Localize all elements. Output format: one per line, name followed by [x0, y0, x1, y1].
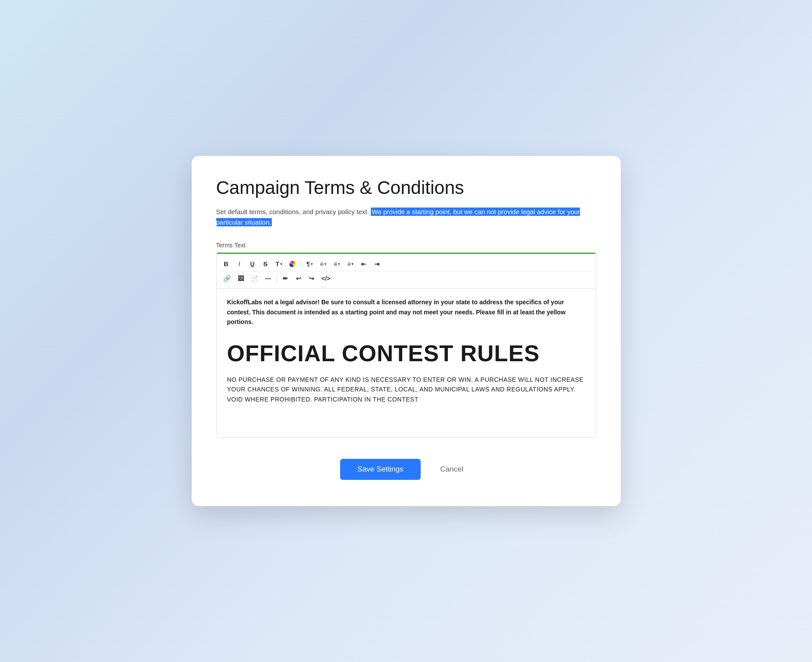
divider-button[interactable]: — — [262, 273, 274, 284]
color-icon — [289, 261, 295, 267]
toolbar-row-2: 🔗 🖼 📄 — ✏ ↩ ↪ </> — [220, 271, 592, 285]
save-settings-button[interactable]: Save Settings — [340, 459, 421, 480]
rich-text-editor: B I U S T▾ ¶▾ ≡▾ ≡▾ ≡▾ ⇤ ⇥ 🔗 🖼 📄 — [216, 252, 596, 438]
table-button[interactable]: 📄 — [248, 273, 261, 284]
underline-button[interactable]: U — [246, 259, 259, 269]
modal-title: Campaign Terms & Conditions — [216, 177, 596, 199]
font-button[interactable]: T▾ — [273, 259, 286, 269]
align-button[interactable]: ≡▾ — [317, 259, 330, 269]
paragraph-button[interactable]: ¶▾ — [303, 259, 316, 269]
indent-increase-button[interactable]: ⇥ — [371, 259, 383, 269]
modal-description: Set default terms, conditions, and priva… — [216, 207, 596, 228]
editor-content-area[interactable]: KickoffLabs not a legal advisor! Be sure… — [217, 289, 596, 437]
color-button[interactable] — [286, 259, 299, 269]
image-button[interactable]: 🖼 — [235, 273, 247, 284]
code-button[interactable]: </> — [319, 273, 334, 284]
redo-button[interactable]: ↪ — [306, 273, 318, 284]
contest-rules-body: NO PURCHASE OR PAYMENT OF ANY KIND IS NE… — [227, 375, 585, 404]
editor-disclaimer-text: KickoffLabs not a legal advisor! Be sure… — [227, 297, 585, 327]
undo-button[interactable]: ↩ — [292, 273, 305, 284]
toolbar-row-1: B I U S T▾ ¶▾ ≡▾ ≡▾ ≡▾ ⇤ ⇥ — [220, 257, 592, 271]
toolbar-separator-2 — [277, 274, 277, 283]
campaign-terms-modal: Campaign Terms & Conditions Set default … — [192, 156, 621, 506]
italic-button[interactable]: I — [233, 259, 246, 269]
description-plain: Set default terms, conditions, and priva… — [216, 208, 369, 215]
link-button[interactable]: 🔗 — [220, 273, 234, 284]
indent-decrease-button[interactable]: ⇤ — [358, 259, 370, 269]
unordered-list-button[interactable]: ≡▾ — [344, 259, 357, 269]
editor-toolbar: B I U S T▾ ¶▾ ≡▾ ≡▾ ≡▾ ⇤ ⇥ 🔗 🖼 📄 — [217, 254, 596, 289]
strikethrough-button[interactable]: S — [260, 259, 272, 269]
ordered-list-button[interactable]: ≡▾ — [330, 259, 343, 269]
modal-actions: Save Settings Cancel — [216, 459, 596, 480]
contest-rules-title: OFFICIAL CONTEST RULES — [227, 341, 585, 366]
bold-button[interactable]: B — [220, 258, 232, 269]
toolbar-separator-1 — [301, 260, 301, 268]
terms-text-label: Terms Text — [216, 242, 596, 249]
cancel-button[interactable]: Cancel — [431, 459, 472, 480]
brush-button[interactable]: ✏ — [279, 273, 292, 284]
